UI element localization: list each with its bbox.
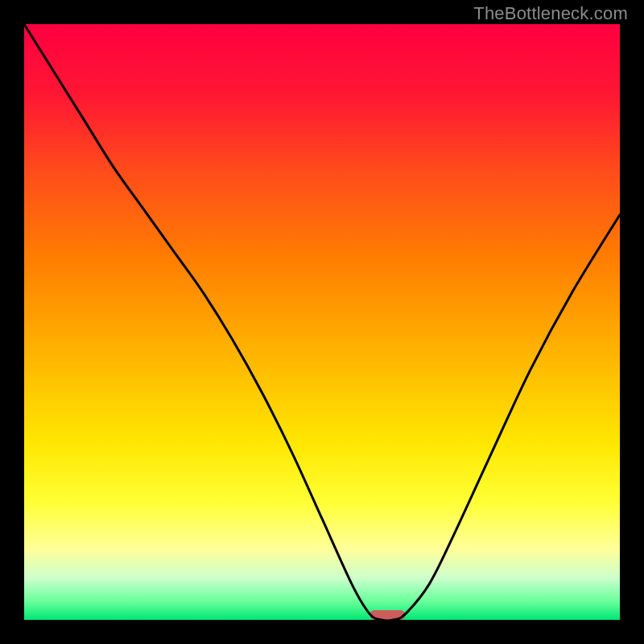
bottleneck-chart [0,0,644,644]
chart-container: TheBottleneck.com [0,0,644,644]
watermark-text: TheBottleneck.com [473,3,628,24]
plot-background [24,24,620,620]
